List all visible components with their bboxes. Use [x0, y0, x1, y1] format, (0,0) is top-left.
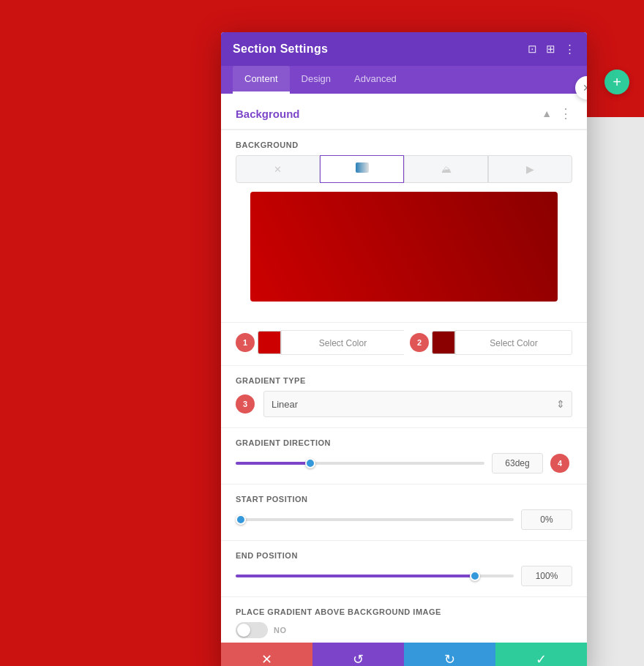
- background-section-title: Background: [236, 108, 300, 120]
- gradient-direction-slider[interactable]: [236, 456, 484, 471]
- stop-1-swatch[interactable]: [258, 331, 281, 354]
- toggle-label: NO: [274, 626, 287, 635]
- collapse-icon[interactable]: ▲: [542, 108, 552, 119]
- stop-1-label[interactable]: Select Color: [281, 330, 404, 355]
- color-stop-1: 1 Select Color: [236, 330, 404, 355]
- bg-type-row: ✕: [236, 155, 572, 183]
- no-bg-icon: ✕: [274, 164, 282, 175]
- svg-rect-0: [356, 162, 369, 173]
- add-button[interactable]: +: [604, 70, 629, 94]
- start-position-label: Start Position: [236, 495, 572, 504]
- save-button[interactable]: ✓: [495, 643, 587, 666]
- stop-2-badge: 2: [410, 333, 429, 352]
- header-icons: ⊡ ⊞ ⋮: [528, 42, 575, 56]
- start-position-slider[interactable]: [236, 512, 514, 527]
- slider-thumb-direction[interactable]: [305, 458, 315, 468]
- stop-1-badge: 1: [236, 333, 255, 352]
- background-field-label: Background: [236, 141, 572, 149]
- color-stops-section: 1 Select Color 2 Select Color: [221, 322, 587, 365]
- image-icon: ⛰: [441, 163, 452, 175]
- gradient-direction-input[interactable]: 63deg: [492, 453, 543, 474]
- modal-header: Section Settings ⊡ ⊞ ⋮: [221, 32, 587, 66]
- slider-track-end: [236, 575, 514, 577]
- stop-2-swatch[interactable]: [432, 331, 455, 354]
- background-section-header: Background ▲ ⋮: [221, 94, 587, 130]
- cancel-icon: ✕: [261, 651, 272, 666]
- gradient-direction-badge: 4: [550, 454, 569, 473]
- section-settings-modal: ✕ Section Settings ⊡ ⊞ ⋮ Content Design …: [221, 32, 587, 666]
- tab-design[interactable]: Design: [290, 66, 342, 94]
- bg-type-none[interactable]: ✕: [236, 155, 320, 183]
- redo-button[interactable]: ↻: [404, 643, 495, 666]
- slider-fill-end: [236, 575, 475, 577]
- tab-content[interactable]: Content: [233, 66, 290, 94]
- gradient-preview: [250, 192, 558, 302]
- start-position-row: 0%: [236, 509, 572, 530]
- stop-2-label[interactable]: Select Color: [455, 330, 572, 355]
- modal-body: Background ▲ ⋮ Background ✕: [221, 94, 587, 643]
- place-gradient-toggle[interactable]: [236, 622, 268, 638]
- close-side-icon: ✕: [583, 82, 587, 94]
- place-gradient-section: Place Gradient Above Background Image NO: [221, 596, 587, 643]
- start-position-input[interactable]: 0%: [521, 509, 572, 530]
- layout-icon[interactable]: ⊞: [546, 42, 555, 56]
- end-position-slider[interactable]: [236, 569, 514, 583]
- save-icon: ✓: [536, 651, 547, 666]
- gradient-direction-row: 63deg 4: [236, 453, 572, 474]
- reset-button[interactable]: ↺: [312, 643, 404, 666]
- end-position-section: End Position 100%: [221, 540, 587, 596]
- reset-icon: ↺: [353, 651, 364, 666]
- slider-fill-direction: [236, 462, 310, 465]
- toggle-knob: [237, 624, 250, 637]
- end-position-label: End Position: [236, 551, 572, 560]
- gradient-type-select-wrapper: Linear Radial Conical ⇕: [263, 391, 572, 417]
- modal-footer: ✕ ↺ ↻ ✓: [221, 643, 587, 666]
- section-header-icons: ▲ ⋮: [542, 105, 572, 121]
- modal-title: Section Settings: [233, 42, 328, 56]
- modal-scroll[interactable]: Background ▲ ⋮ Background ✕: [221, 94, 587, 643]
- cancel-button[interactable]: ✕: [221, 643, 312, 666]
- background-field-section: Background ✕: [221, 130, 587, 322]
- gradient-icon: [356, 162, 369, 176]
- place-gradient-label: Place Gradient Above Background Image: [236, 607, 572, 616]
- end-position-row: 100%: [236, 566, 572, 586]
- end-position-input[interactable]: 100%: [521, 566, 572, 586]
- slider-track-start: [236, 518, 514, 521]
- preview-icon[interactable]: ⊡: [528, 42, 537, 56]
- video-icon: ▶: [526, 163, 534, 175]
- start-position-section: Start Position 0%: [221, 484, 587, 540]
- slider-thumb-end[interactable]: [470, 571, 480, 581]
- redo-icon: ↻: [444, 651, 455, 666]
- more-icon[interactable]: ⋮: [564, 42, 575, 56]
- gradient-direction-label: Gradient Direction: [236, 438, 572, 447]
- modal-tabs: Content Design Advanced: [221, 66, 587, 94]
- section-more-icon[interactable]: ⋮: [559, 105, 572, 121]
- bg-type-gradient[interactable]: [320, 155, 404, 183]
- tab-advanced[interactable]: Advanced: [342, 66, 408, 94]
- slider-track-direction: [236, 462, 484, 465]
- bg-type-video[interactable]: ▶: [488, 155, 572, 183]
- gradient-type-badge: 3: [236, 394, 255, 414]
- toggle-row: NO: [236, 622, 572, 638]
- gradient-direction-section: Gradient Direction 63deg 4: [221, 427, 587, 484]
- slider-thumb-start[interactable]: [236, 515, 246, 525]
- bg-type-image[interactable]: ⛰: [404, 155, 488, 183]
- color-stop-2: 2 Select Color: [404, 330, 572, 355]
- gradient-type-select[interactable]: Linear Radial Conical: [263, 391, 572, 417]
- gradient-type-section: Gradient Type 3 Linear Radial Conical ⇕: [221, 365, 587, 427]
- gradient-type-label: Gradient Type: [236, 376, 572, 385]
